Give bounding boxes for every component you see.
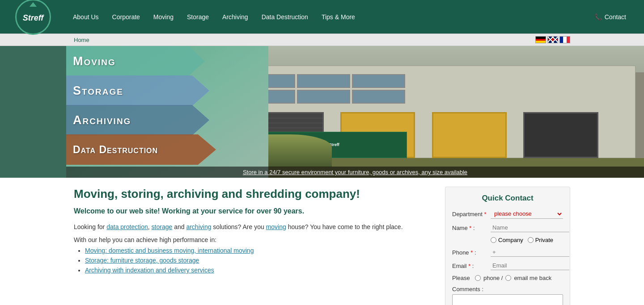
qc-email-input[interactable] [491,261,569,270]
phone-icon: 📞 [594,13,602,21]
qc-name-input[interactable] [491,223,569,232]
qc-phone-input[interactable] [491,248,569,257]
flag-fr[interactable] [559,36,570,43]
qc-name-field: Name * : [452,223,563,232]
quick-contact-sidebar: Quick Contact Department * please choose… [445,187,570,305]
quick-contact-box: Quick Contact Department * please choose… [445,187,570,305]
logo[interactable]: Streff [0,0,66,33]
qc-phone-pref-radio[interactable] [475,275,481,281]
main-heading: Moving, storing, archiving and shredding… [74,187,436,202]
hero-caption[interactable]: Store in a 24/7 secure environment your … [66,167,644,178]
hero-cat-moving[interactable]: Moving [66,46,205,76]
qc-phone-label: Phone * : [452,249,488,256]
perf-text: With our help you can achieve high perfo… [74,236,436,243]
main-content: Moving, storing, archiving and shredding… [0,178,644,305]
nav-tips-more[interactable]: Tips & More [315,0,362,33]
hero-cat-storage[interactable]: Storage [66,75,209,106]
link-moving-service[interactable]: Moving: domestic and business moving, in… [85,247,254,254]
link-moving[interactable]: moving [266,223,286,230]
app-wrapper: Streff About Us Corporate Moving Storage… [0,0,644,305]
link-storage-service[interactable]: Storage: furniture storage, goods storag… [85,257,199,264]
req-star: * [484,211,487,217]
qc-type-field: Company Private [452,237,563,243]
nav-archiving[interactable]: Archiving [216,0,255,33]
hero-cat-archiving[interactable]: Archiving [66,105,209,135]
hero-categories: Moving Storage Archiving Data Destructio… [66,46,216,165]
list-item: Storage: furniture storage, goods storag… [85,257,436,264]
qc-comments-label: Comments : [452,286,563,292]
req-star: * [469,225,471,231]
nav-about-us[interactable]: About Us [66,0,106,33]
qc-comments-textarea[interactable] [452,294,563,305]
language-flags [535,36,570,43]
qc-title: Quick Contact [452,194,563,203]
nav-data-destruction[interactable]: Data Destruction [255,0,315,33]
link-storage[interactable]: storage [152,223,173,230]
intro-paragraph: Looking for data protection, storage and… [74,222,436,232]
breadcrumb[interactable]: Home [74,37,89,43]
qc-phone-field: Phone * : [452,248,563,257]
qc-email-pref-label[interactable] [505,275,511,281]
qc-company-radio-label[interactable]: Company [491,237,523,243]
qc-company-radio[interactable] [491,237,496,243]
nav-contact[interactable]: 📞 Contact [585,13,635,21]
qc-comments-field: Comments : [452,286,563,305]
qc-email-pref-radio[interactable] [505,275,511,281]
qc-phone-pref-label[interactable] [475,275,481,281]
breadcrumb-bar: Home [0,33,644,46]
nav-moving[interactable]: Moving [147,0,180,33]
list-item: Archiving with indexation and delivery s… [85,267,436,274]
top-bar: Streff About Us Corporate Moving Storage… [0,0,644,33]
qc-private-radio-label[interactable]: Private [528,237,553,243]
qc-department-label: Department * [452,211,488,217]
qc-email-field: Email * : [452,261,563,270]
link-archiving[interactable]: archiving [186,223,211,230]
link-data-protection[interactable]: data protection [106,223,148,230]
nav-corporate[interactable]: Corporate [106,0,147,33]
list-item: Moving: domestic and business moving, in… [85,247,436,254]
sub-heading: Welcome to our web site! Working at your… [74,207,436,215]
qc-email-label: Email * : [452,263,488,269]
nav-storage[interactable]: Storage [180,0,216,33]
service-list: Moving: domestic and business moving, in… [85,247,436,274]
content-area: Moving, storing, archiving and shredding… [74,187,436,305]
qc-department-select[interactable]: please choose [491,209,563,219]
req-star: * [468,263,470,269]
req-star: * [470,249,473,256]
qc-contact-pref-field: Please phone / email me back [452,275,563,281]
main-nav: About Us Corporate Moving Storage Archiv… [66,0,585,33]
flag-de[interactable] [535,36,546,43]
qc-private-radio[interactable] [528,237,534,243]
hero-banner: Streff Moving Storage Archiving [0,46,644,178]
qc-name-label: Name * : [452,225,488,231]
link-archiving-service[interactable]: Archiving with indexation and delivery s… [85,267,214,274]
hero-cat-data-destruction[interactable]: Data Destruction [66,134,216,165]
hero-image-area: Streff Moving Storage Archiving [66,46,644,178]
flag-uk[interactable] [547,36,558,43]
qc-department-field: Department * please choose [452,209,563,219]
